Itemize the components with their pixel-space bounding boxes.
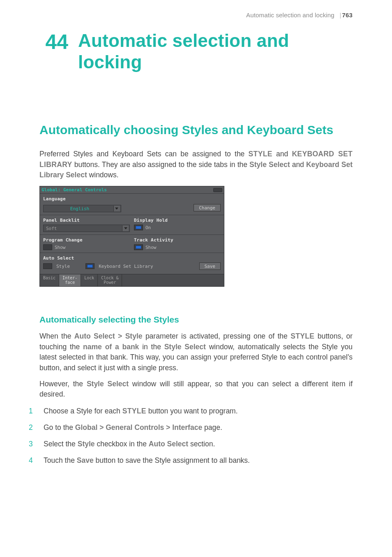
tab-interface[interactable]: Inter- face	[59, 274, 81, 286]
subheading: Automatically selecting the Styles	[39, 315, 353, 325]
tab-clock-power[interactable]: Clock & Power	[98, 274, 122, 286]
sem: Style Select	[87, 380, 129, 388]
auto-select-style-label: Style	[56, 264, 70, 269]
step-3: 3 Select the Style checkbox in the Auto …	[39, 439, 353, 449]
program-change-checkbox[interactable]	[43, 244, 52, 250]
language-value: English	[70, 206, 89, 211]
backlit-display-block: Panel Backlit Soft Display Hold On	[40, 215, 224, 235]
display-hold-label: Display Hold	[134, 218, 221, 223]
auto-select-label: Auto Select	[43, 255, 221, 261]
text: buttons. They are also assigned to the s…	[72, 160, 250, 169]
page-number: 763	[342, 12, 353, 19]
text: parameter is activated, pressing one of …	[142, 332, 291, 340]
language-label: Language	[43, 196, 221, 202]
panel-title: Global: General Controls	[42, 187, 107, 193]
chevron-down-icon	[113, 206, 120, 211]
panel-menu-icon[interactable]	[213, 188, 222, 192]
sem: Auto Select > Style	[74, 332, 143, 340]
language-dropdown[interactable]: English	[43, 205, 121, 212]
step-text: Select the Style checkbox in the Auto Se…	[44, 439, 215, 449]
text: However, the	[39, 380, 87, 388]
step-text: Go to the Global > General Controls > In…	[44, 422, 222, 433]
text: windows.	[87, 171, 119, 179]
text: and	[272, 150, 292, 158]
auto-select-kbset-checkbox[interactable]	[85, 263, 95, 269]
step-number: 2	[29, 422, 35, 433]
step-text: Touch the Save button to save the Style …	[44, 455, 250, 466]
tab-lock[interactable]: Lock	[81, 274, 98, 286]
intro-paragraph: Preferred Styles and Keyboard Sets can b…	[39, 149, 353, 180]
track-activity-checkbox[interactable]	[134, 244, 143, 250]
page: Automatic selection and locking |763 44 …	[0, 0, 392, 557]
caps: STYLE	[291, 332, 314, 340]
panel-tabs: Basic Inter- face Lock Clock & Power	[40, 274, 224, 286]
device-screenshot-panel: Global: General Controls Language Englis…	[39, 186, 224, 287]
program-change-label: Program Change	[43, 237, 130, 243]
backlit-label: Panel Backlit	[43, 218, 130, 223]
step-text: Choose a Style for each STYLE button you…	[44, 406, 238, 416]
step-number: 1	[29, 406, 35, 416]
step-2: 2 Go to the Global > General Controls > …	[39, 422, 353, 433]
steps-list: 1 Choose a Style for each STYLE button y…	[39, 406, 353, 466]
chevron-down-icon	[122, 225, 129, 231]
style-select-sem: Style Select	[249, 160, 290, 169]
step-4: 4 Touch the Save button to save the Styl…	[39, 455, 353, 466]
panel-titlebar: Global: General Controls	[40, 186, 224, 194]
backlit-value: Soft	[46, 226, 57, 231]
body-paragraph-1: When the Auto Select > Style parameter i…	[39, 331, 353, 373]
style-caps: STYLE	[249, 150, 272, 158]
track-activity-label: Track Activity	[134, 237, 221, 243]
chapter-number: 44	[39, 30, 68, 52]
text: and	[290, 160, 306, 169]
change-button[interactable]: Change	[194, 204, 221, 211]
program-track-block: Program Change Show Track Activity Show	[40, 235, 224, 253]
step-number: 3	[29, 439, 35, 449]
text: When the	[39, 332, 74, 340]
chapter-heading: 44 Automatic selection and locking	[39, 30, 353, 73]
running-title: Automatic selection and locking	[246, 12, 334, 19]
sem: name of a bank	[83, 343, 139, 351]
running-separator: |	[338, 12, 341, 19]
step-number: 4	[29, 455, 35, 466]
auto-select-kbset-label: Keyboard Set Library	[99, 264, 153, 269]
backlit-dropdown[interactable]: Soft	[43, 225, 130, 232]
auto-select-block: Auto Select Style Keyboard Set Library S…	[40, 253, 224, 274]
display-hold-checkbox[interactable]	[134, 225, 143, 230]
step-1: 1 Choose a Style for each STYLE button y…	[39, 406, 353, 416]
auto-select-style-checkbox[interactable]	[43, 263, 52, 269]
text: Preferred Styles and Keyboard Sets can b…	[39, 150, 249, 158]
sem: Style Select	[164, 343, 206, 351]
text: in the	[139, 343, 164, 351]
language-block: Language English Change	[40, 194, 224, 215]
display-hold-value: On	[145, 225, 151, 230]
program-change-value: Show	[55, 245, 66, 250]
chapter-title: Automatic selection and locking	[78, 30, 353, 73]
track-activity-value: Show	[145, 245, 157, 250]
tab-basic[interactable]: Basic	[40, 274, 59, 286]
running-header: Automatic selection and locking |763	[39, 12, 353, 19]
save-button[interactable]: Save	[199, 262, 221, 270]
section-title: Automatically choosing Styles and Keyboa…	[39, 122, 353, 138]
body-paragraph-2: However, the Style Select window will st…	[39, 379, 353, 400]
